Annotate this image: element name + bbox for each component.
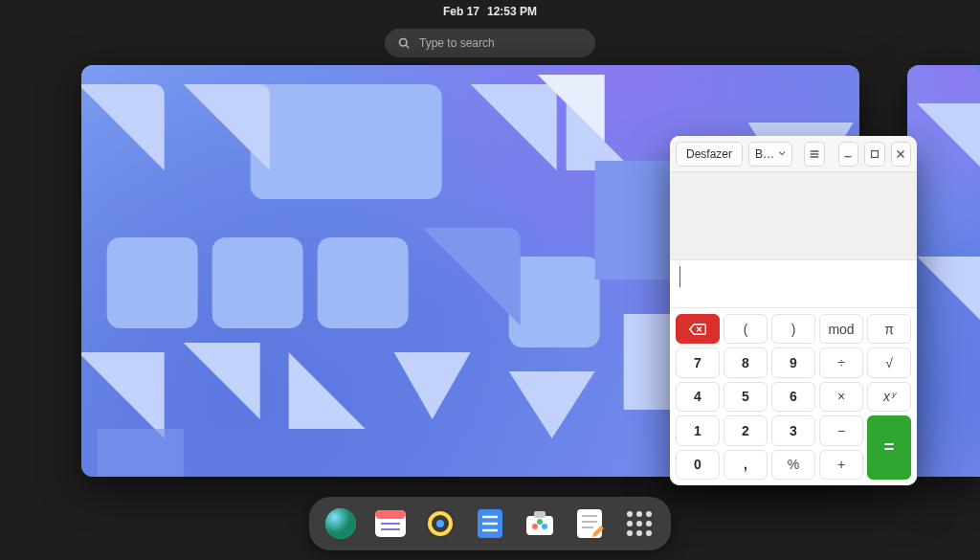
key-mod[interactable]: mod	[819, 314, 863, 344]
svg-rect-11	[871, 150, 878, 157]
key-1[interactable]: 1	[676, 415, 720, 445]
calculator-titlebar: Desfazer B…	[670, 136, 917, 172]
search-input[interactable]	[419, 36, 582, 50]
key-percent[interactable]: %	[771, 450, 815, 480]
dash-app-text-editor[interactable]	[571, 505, 608, 542]
text-editor-icon	[572, 506, 607, 541]
clock-date: Feb 17	[443, 5, 479, 18]
key-subtract[interactable]: −	[819, 415, 863, 445]
key-5[interactable]: 5	[724, 382, 768, 412]
svg-point-17	[325, 508, 356, 539]
dash-app-calendar[interactable]	[372, 505, 409, 542]
dash-app-todo[interactable]	[472, 505, 508, 542]
undo-button[interactable]: Desfazer	[676, 142, 743, 167]
maximize-button[interactable]	[864, 142, 884, 167]
dash-app-music[interactable]	[422, 505, 458, 542]
chevron-down-icon	[778, 149, 786, 157]
mode-selector[interactable]: B…	[748, 142, 792, 167]
svg-rect-30	[534, 511, 546, 518]
svg-rect-19	[375, 510, 406, 519]
svg-rect-5	[318, 237, 409, 328]
close-icon	[895, 148, 906, 160]
svg-rect-2	[251, 84, 442, 199]
svg-point-0	[400, 39, 408, 47]
hamburger-icon	[809, 148, 820, 160]
search-icon	[398, 37, 410, 49]
calculator-keypad: ( ) mod π 7 8 9 ÷ √ 4 5 6 × xʸ 1 2 3 − =…	[670, 308, 917, 485]
key-multiply[interactable]: ×	[819, 382, 863, 412]
calendar-icon	[373, 506, 408, 541]
todo-icon	[473, 506, 507, 541]
key-2[interactable]: 2	[724, 415, 768, 445]
key-add[interactable]: +	[819, 450, 863, 480]
calculator-history	[670, 172, 917, 260]
close-button[interactable]	[891, 142, 911, 167]
key-rparen[interactable]: )	[771, 314, 815, 344]
workspace-2[interactable]	[907, 65, 980, 477]
dash-app-web-browser[interactable]	[323, 505, 359, 542]
key-clear[interactable]	[676, 314, 720, 344]
key-equals[interactable]: =	[867, 415, 911, 480]
top-bar: Feb 17 12:53 PM	[0, 0, 980, 23]
svg-point-31	[532, 524, 538, 529]
svg-point-24	[436, 520, 444, 527]
svg-point-32	[542, 524, 547, 529]
minimize-icon	[842, 148, 854, 160]
hamburger-menu-button[interactable]	[804, 142, 824, 167]
calculator-window[interactable]: Desfazer B… ( ) m	[670, 136, 917, 485]
music-icon	[423, 506, 457, 541]
minimize-button[interactable]	[838, 142, 858, 167]
key-dot[interactable]: ,	[724, 450, 768, 480]
app-grid-icon	[627, 511, 652, 536]
overview-search[interactable]	[385, 29, 595, 57]
key-lparen[interactable]: (	[724, 314, 768, 344]
software-icon	[523, 506, 557, 541]
key-divide[interactable]: ÷	[819, 347, 863, 377]
clock[interactable]: Feb 17 12:53 PM	[443, 5, 537, 18]
backspace-icon	[689, 323, 706, 336]
svg-rect-6	[509, 257, 600, 347]
key-0[interactable]: 0	[676, 450, 720, 480]
svg-rect-3	[107, 237, 198, 328]
maximize-icon	[869, 148, 880, 160]
key-sqrt[interactable]: √	[867, 347, 911, 377]
svg-point-33	[537, 519, 543, 525]
dash-app-software[interactable]	[522, 505, 558, 542]
key-power[interactable]: xʸ	[867, 382, 911, 412]
clock-time: 12:53 PM	[487, 5, 537, 18]
dash	[309, 497, 671, 550]
dash-show-apps[interactable]	[621, 505, 657, 542]
key-3[interactable]: 3	[771, 415, 815, 445]
key-9[interactable]: 9	[771, 347, 815, 377]
svg-rect-4	[212, 237, 303, 328]
svg-line-1	[406, 45, 409, 48]
key-7[interactable]: 7	[676, 347, 720, 377]
key-4[interactable]: 4	[676, 382, 720, 412]
wallpaper	[907, 65, 980, 477]
key-6[interactable]: 6	[771, 382, 815, 412]
globe-icon	[323, 506, 358, 541]
text-cursor	[679, 266, 680, 287]
key-pi[interactable]: π	[867, 314, 911, 344]
mode-label: B…	[755, 147, 774, 161]
key-8[interactable]: 8	[724, 347, 768, 377]
calculator-input[interactable]	[670, 260, 917, 308]
